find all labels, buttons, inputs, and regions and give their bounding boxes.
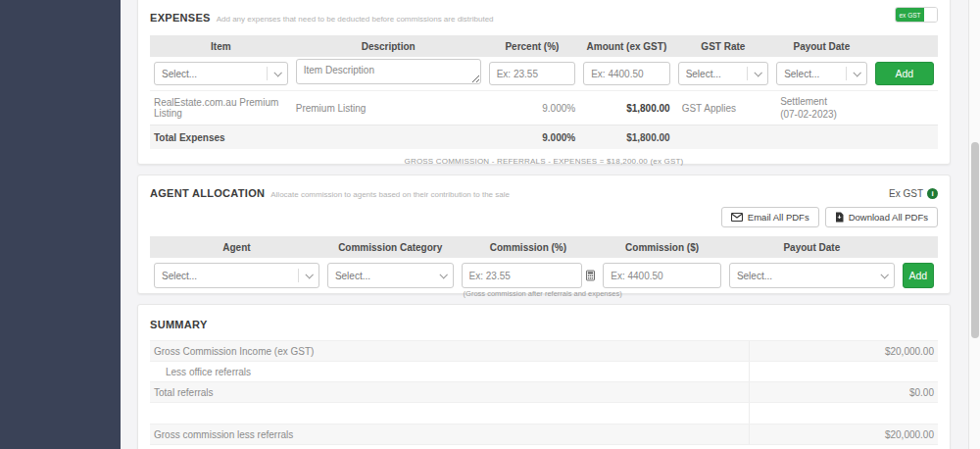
summary-table: Gross Commission Income (ex GST) $20,000… xyxy=(150,340,938,445)
expense-description-textarea[interactable] xyxy=(296,59,481,84)
chevron-down-icon xyxy=(305,271,313,278)
col-header-item: Item xyxy=(150,41,292,52)
ex-gst-toggle-label: ex GST xyxy=(896,8,924,22)
summary-title: SUMMARY xyxy=(150,319,208,330)
summary-card: SUMMARY Gross Commission Income (ex GST)… xyxy=(137,304,951,449)
expense-payout-select-placeholder: Select... xyxy=(784,69,846,79)
category-select-placeholder: Select... xyxy=(335,271,440,281)
summary-row-value: $20,000.00 xyxy=(749,424,938,444)
agent-payout-select-placeholder: Select... xyxy=(737,271,881,281)
expense-payout-date-select[interactable]: Select... xyxy=(776,62,867,85)
expense-payout-cell: Settlement (07-02-2023) xyxy=(772,95,871,121)
col-header-commission-amount: Commission ($) xyxy=(599,242,725,253)
summary-row-value xyxy=(749,362,938,381)
expenses-total-row: Total Expenses 9.000% $1,800.00 xyxy=(150,125,938,149)
chevron-down-icon xyxy=(439,271,447,278)
summary-row: Gross commission less referrals $20,000.… xyxy=(150,424,938,445)
info-icon[interactable]: i xyxy=(927,188,938,199)
col-header-gst-rate: GST Rate xyxy=(674,41,773,52)
summary-row-value: $0.00 xyxy=(749,382,938,402)
expense-item-select[interactable]: Select... xyxy=(154,62,288,85)
expense-gst-cell: GST Applies xyxy=(674,103,773,114)
page: EXPENSES Add any expenses that need to b… xyxy=(0,0,980,449)
calculator-icon xyxy=(586,270,595,281)
chevron-down-icon xyxy=(273,69,281,76)
col-header-agent: Agent xyxy=(150,242,323,253)
col-header-agent-payout-date: Payout Date xyxy=(725,242,899,253)
expense-percent-cell: 9.000% xyxy=(485,103,579,114)
expense-amount-cell: $1,800.00 xyxy=(579,103,673,114)
expenses-title: EXPENSES xyxy=(150,12,211,24)
agent-select-placeholder: Select... xyxy=(162,271,298,281)
payout-date: (07-02-2023) xyxy=(780,108,867,121)
expense-item-cell: RealEstate.com.au Premium Listing xyxy=(150,97,292,119)
agent-allocation-subtitle: Allocate commission to agents based on t… xyxy=(270,190,510,199)
download-file-icon xyxy=(835,212,844,223)
expense-description-cell: Premium Listing xyxy=(292,103,485,114)
summary-row-value: $20,000.00 xyxy=(749,341,938,361)
summary-row: Gross Commission Income (ex GST) $20,000… xyxy=(150,341,938,362)
col-header-amount: Amount (ex GST) xyxy=(579,41,673,52)
col-header-percent: Percent (%) xyxy=(485,41,579,52)
agent-allocation-table: Agent Commission Category Commission (%)… xyxy=(150,236,938,299)
email-all-pdfs-label: Email All PDFs xyxy=(748,212,809,223)
ex-gst-indicator: Ex GST i xyxy=(889,188,938,199)
summary-row-value xyxy=(749,403,938,424)
expenses-card: EXPENSES Add any expenses that need to b… xyxy=(137,0,951,165)
expenses-table-header: Item Description Percent (%) Amount (ex … xyxy=(150,35,938,57)
expense-amount-input[interactable] xyxy=(583,62,669,85)
download-all-pdfs-label: Download All PDFs xyxy=(849,212,928,223)
payout-type: Settlement xyxy=(780,95,867,108)
total-amount-cell: $1,800.00 xyxy=(579,132,673,143)
expenses-input-row: Select... Select... xyxy=(150,57,938,90)
total-percent-cell: 9.000% xyxy=(485,132,579,143)
summary-row-label: Gross Commission Income (ex GST) xyxy=(150,346,749,357)
gst-rate-select-placeholder: Select... xyxy=(686,69,748,79)
ex-gst-label: Ex GST xyxy=(889,188,923,199)
summary-row-label: Less office referrals xyxy=(150,367,749,377)
chevron-down-icon xyxy=(880,271,888,278)
commission-category-select[interactable]: Select... xyxy=(327,263,454,288)
add-expense-button[interactable]: Add xyxy=(875,62,934,85)
summary-row: Total referrals $0.00 xyxy=(150,382,938,403)
agent-allocation-card: AGENT ALLOCATION Allocate commission to … xyxy=(137,175,951,294)
expense-item-select-placeholder: Select... xyxy=(162,69,267,79)
gross-commission-note: GROSS COMMISSION - REFERRALS - EXPENSES … xyxy=(150,149,938,166)
expense-table-row: RealEstate.com.au Premium Listing Premiu… xyxy=(150,90,938,125)
col-header-description: Description xyxy=(292,41,485,52)
scrollbar-thumb[interactable] xyxy=(971,142,979,338)
left-sidebar xyxy=(0,0,121,449)
expenses-table: Item Description Percent (%) Amount (ex … xyxy=(150,35,938,149)
mail-icon xyxy=(731,213,743,222)
commission-amount-input[interactable] xyxy=(603,263,721,288)
commission-percent-note: (Gross commission after referrals and ex… xyxy=(464,289,622,298)
agent-allocation-title: AGENT ALLOCATION xyxy=(150,187,265,199)
download-all-pdfs-button[interactable]: Download All PDFs xyxy=(825,207,938,227)
add-agent-button[interactable]: Add xyxy=(903,263,934,288)
gst-rate-select[interactable]: Select... xyxy=(678,62,769,85)
agent-select[interactable]: Select... xyxy=(154,263,319,288)
col-header-commission-percent: Commission (%) xyxy=(458,242,600,253)
expenses-subtitle: Add any expenses that need to be deducte… xyxy=(217,15,494,24)
col-header-payout-date: Payout Date xyxy=(772,41,871,52)
toggle-knob xyxy=(924,8,937,22)
commission-percent-input[interactable] xyxy=(462,263,583,288)
agent-table-header: Agent Commission Category Commission (%)… xyxy=(150,236,938,258)
col-header-commission-category: Commission Category xyxy=(323,242,458,253)
vertical-scrollbar[interactable] xyxy=(968,0,980,449)
total-expenses-label: Total Expenses xyxy=(150,132,292,143)
ex-gst-toggle[interactable]: ex GST xyxy=(895,7,938,23)
agent-payout-date-select[interactable]: Select... xyxy=(729,263,895,288)
chevron-down-icon xyxy=(853,69,860,76)
summary-row-label: Total referrals xyxy=(150,387,749,398)
summary-row-label: Gross commission less referrals xyxy=(150,429,749,440)
summary-row: Less office referrals xyxy=(150,362,938,382)
summary-row xyxy=(150,403,938,424)
chevron-down-icon xyxy=(755,69,762,76)
expense-percent-input[interactable] xyxy=(489,62,575,85)
agent-input-row: Select... Select... (Gross comm xyxy=(150,258,938,299)
email-all-pdfs-button[interactable]: Email All PDFs xyxy=(721,207,819,227)
